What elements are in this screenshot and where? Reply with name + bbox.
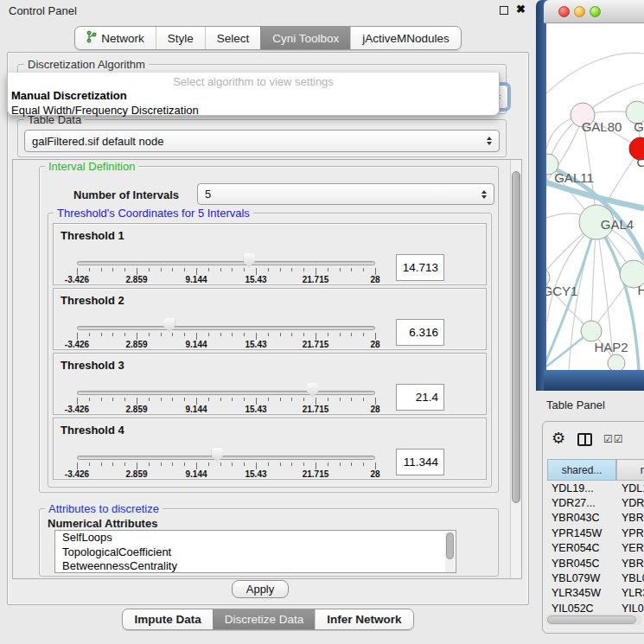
tab-jactivemnodules[interactable]: jActiveMNodules <box>350 27 461 49</box>
close-panel-icon[interactable]: ✖ <box>516 3 526 16</box>
cell-name[interactable]: YBR0 <box>616 512 644 524</box>
tab-infer-network[interactable]: Infer Network <box>315 609 412 629</box>
cell-name[interactable]: YER0 <box>616 542 644 554</box>
network-graph[interactable]: GAL80GACGAL11GAL4GCY1HHAP2 <box>546 23 644 370</box>
cell-shared-name[interactable]: YDL19... <box>547 482 616 494</box>
cell-shared-name[interactable]: YLR345W <box>547 587 616 599</box>
tick-mark <box>220 333 221 336</box>
tick-label: 9.144 <box>185 405 207 414</box>
threshold-2-slider-track[interactable] <box>77 326 375 330</box>
table-data-combo[interactable]: galFiltered.sif default node <box>24 130 500 152</box>
apply-button[interactable]: Apply <box>232 580 289 598</box>
tab-select[interactable]: Select <box>205 27 261 49</box>
network-node[interactable] <box>608 354 625 370</box>
threshold-1-slider-thumb[interactable] <box>244 253 255 268</box>
cell-name[interactable]: YIL0 <box>616 603 644 615</box>
table-row[interactable]: YBR045CYBR0 <box>547 556 644 571</box>
network-node-label: GA <box>634 119 644 134</box>
threshold-3-slider-track[interactable] <box>77 391 375 395</box>
tick-mark <box>244 333 245 336</box>
attribute-list-item[interactable]: SelfLoops <box>55 531 456 545</box>
tab-cyni-toolbox[interactable]: Cyni Toolbox <box>260 27 350 49</box>
threshold-4-panel: Threshold 4 -3.4262.8599.14415.4321.7152… <box>53 418 487 480</box>
tick-label: 28 <box>370 469 379 479</box>
table-row[interactable]: YDR27...YDR2 <box>547 495 644 510</box>
number-of-intervals-combo[interactable]: 5 <box>197 183 494 205</box>
column-split-icon[interactable] <box>577 433 592 446</box>
number-of-intervals-label: Number of Intervals <box>73 188 179 201</box>
threshold-3-slider-thumb[interactable] <box>307 383 318 398</box>
table-row[interactable]: YDL19...YDL1 <box>547 481 644 495</box>
cell-name[interactable]: YBR0 <box>616 558 644 570</box>
threshold-4-slider-track[interactable] <box>77 456 375 460</box>
threshold-1-slider-track[interactable] <box>77 261 375 265</box>
close-window-icon[interactable] <box>558 6 570 17</box>
cell-shared-name[interactable]: YBR043C <box>547 512 616 524</box>
tab-network[interactable]: Network <box>75 27 156 49</box>
tick-mark <box>149 462 150 466</box>
tick-mark <box>340 333 341 336</box>
table-row[interactable]: YER054CYER0 <box>547 541 644 556</box>
algorithm-option-manual[interactable]: Manual Discretization <box>8 88 499 103</box>
network-node-label: GCY1 <box>546 284 577 298</box>
cell-name[interactable]: YDL1 <box>616 482 644 494</box>
tick-label: 9.144 <box>185 469 207 479</box>
threshold-1-value-field[interactable]: 14.713 <box>396 254 444 281</box>
attributes-list-scrollbar[interactable] <box>445 532 455 573</box>
cell-shared-name[interactable]: YDR27... <box>547 497 616 509</box>
column-header-shared[interactable]: shared... <box>547 459 616 481</box>
threshold-4-slider-thumb[interactable] <box>212 448 223 462</box>
cell-name[interactable]: YPR1 <box>616 527 644 539</box>
tick-mark <box>328 398 328 401</box>
cell-shared-name[interactable]: YBL079W <box>547 572 616 584</box>
cell-shared-name[interactable]: YER054C <box>547 542 616 554</box>
minimize-window-icon[interactable] <box>574 6 585 17</box>
float-panel-icon[interactable] <box>500 6 508 15</box>
network-node[interactable] <box>581 321 602 341</box>
tick-mark <box>220 268 221 271</box>
tick-mark <box>328 268 328 271</box>
tick-mark <box>340 462 341 466</box>
zoom-window-icon[interactable] <box>590 6 601 17</box>
tick-label: -3.426 <box>65 405 89 414</box>
table-row[interactable]: YBL079WYBL0 <box>547 571 644 585</box>
tab-impute-data[interactable]: Impute Data <box>123 609 212 629</box>
select-columns-checkbox-icons[interactable]: ☑☑ <box>603 433 624 445</box>
cell-shared-name[interactable]: YIL052C <box>547 603 616 615</box>
tick-mark <box>184 333 185 336</box>
tick-mark <box>124 333 125 336</box>
tick-mark <box>316 398 316 405</box>
attribute-list-item[interactable]: TopologicalCoefficient <box>55 545 456 560</box>
cell-name[interactable]: YDR2 <box>616 497 644 509</box>
attribute-list-item[interactable]: BetweennessCentrality <box>55 559 456 573</box>
tick-mark <box>303 333 304 336</box>
tick-mark <box>375 398 376 405</box>
tick-mark <box>89 268 90 271</box>
bottom-tab-bar: Impute Data Discretize Data Infer Networ… <box>0 609 536 630</box>
threshold-3-value-field[interactable]: 21.4 <box>396 384 444 411</box>
threshold-2-panel: Threshold 2 -3.4262.8599.14415.4321.7152… <box>53 288 487 350</box>
settings-scrollbar-thumb[interactable] <box>512 171 520 503</box>
cell-name[interactable]: YBL0 <box>616 572 644 584</box>
table-settings-gear-icon[interactable]: ⚙ <box>552 429 565 448</box>
table-row[interactable]: YPR145WYPR1 <box>547 526 644 540</box>
cell-shared-name[interactable]: YBR045C <box>547 558 616 570</box>
algorithm-option-equal-width[interactable]: Equal Width/Frequency Discretization <box>8 103 499 118</box>
table-horizontal-scrollbar[interactable] <box>545 614 642 625</box>
threshold-4-value-field[interactable]: 11.344 <box>396 449 444 475</box>
tick-mark <box>244 268 245 271</box>
network-window-titlebar[interactable] <box>544 0 644 23</box>
interval-definition-label: Interval Definition <box>45 161 138 172</box>
numerical-attributes-list[interactable]: SelfLoopsTopologicalCoefficientBetweenne… <box>54 530 456 573</box>
threshold-2-slider-thumb[interactable] <box>163 318 175 333</box>
threshold-2-value-field[interactable]: 6.316 <box>396 319 444 346</box>
cell-shared-name[interactable]: YPR145W <box>547 527 616 539</box>
tab-discretize-data[interactable]: Discretize Data <box>213 609 316 629</box>
threshold-3-label: Threshold 3 <box>61 359 124 372</box>
tick-mark <box>101 462 102 466</box>
table-row[interactable]: YLR345WYLR3 <box>547 586 644 601</box>
tab-style[interactable]: Style <box>156 27 205 49</box>
table-row[interactable]: YBR043CYBR0 <box>547 511 644 526</box>
cell-name[interactable]: YLR3 <box>616 587 644 599</box>
column-header-name[interactable]: n <box>616 459 644 481</box>
